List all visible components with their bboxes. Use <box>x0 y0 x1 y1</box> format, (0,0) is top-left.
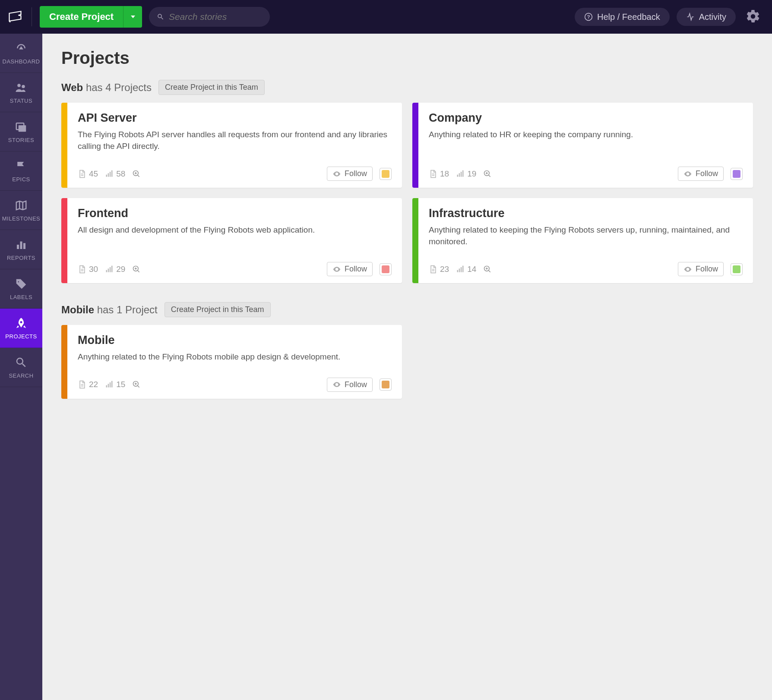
sidebar-item-milestones[interactable]: MILESTONES <box>0 191 42 230</box>
sidebar-item-stories[interactable]: STORIES <box>0 112 42 151</box>
svg-rect-17 <box>461 172 462 177</box>
zoom-button[interactable] <box>132 380 141 389</box>
create-project-in-team-button[interactable]: Create Project in this Team <box>158 80 265 95</box>
sidebar-item-projects[interactable]: PROJECTS <box>0 309 42 348</box>
sidebar-item-epics[interactable]: EPICS <box>0 151 42 191</box>
sidebar-item-labels[interactable]: LABELS <box>0 269 42 309</box>
points-metric: 15 <box>105 380 125 389</box>
create-project-in-team-button[interactable]: Create Project in this Team <box>165 302 271 317</box>
create-project-group: Create Project <box>40 6 142 28</box>
sidebar-item-status[interactable]: STATUS <box>0 73 42 112</box>
follow-button[interactable]: Follow <box>327 167 373 181</box>
sidebar-item-label: SEARCH <box>9 372 33 379</box>
search-icon <box>157 13 165 21</box>
zoom-button[interactable] <box>132 265 141 274</box>
points-metric: 14 <box>456 265 476 274</box>
sidebar-item-label: MILESTONES <box>2 215 41 222</box>
project-card[interactable]: FrontendAll design and development of th… <box>61 198 402 283</box>
settings-button[interactable] <box>743 6 763 28</box>
follow-button[interactable]: Follow <box>678 262 724 276</box>
svg-point-4 <box>22 85 25 88</box>
points-metric: 19 <box>456 169 476 179</box>
card-footer: 1819Follow <box>429 152 743 181</box>
stories-metric: 22 <box>78 380 98 389</box>
follow-button[interactable]: Follow <box>327 262 373 276</box>
project-description: Anything related to HR or keeping the co… <box>429 129 743 141</box>
project-color-chip[interactable] <box>731 263 743 275</box>
help-feedback-button[interactable]: ? Help / Feedback <box>575 8 670 26</box>
svg-rect-12 <box>110 172 111 177</box>
svg-rect-18 <box>462 170 464 177</box>
project-color-chip[interactable] <box>380 263 392 275</box>
svg-point-0 <box>9 21 11 22</box>
svg-rect-9 <box>23 243 25 249</box>
follow-button[interactable]: Follow <box>327 378 373 392</box>
team-header: Web has 4 ProjectsCreate Project in this… <box>61 80 753 95</box>
zoom-button[interactable] <box>483 170 492 178</box>
eye-icon <box>332 380 341 389</box>
sidebar-item-search[interactable]: SEARCH <box>0 348 42 387</box>
team-name-line: Mobile has 1 Project <box>61 304 158 316</box>
bars-icon <box>105 380 114 389</box>
svg-text:?: ? <box>587 14 590 19</box>
chevron-down-icon <box>130 14 136 19</box>
sidebar-item-label: EPICS <box>12 176 30 183</box>
svg-point-3 <box>17 84 21 87</box>
zoom-button[interactable] <box>132 170 141 178</box>
document-icon <box>78 170 86 178</box>
sidebar-item-label: REPORTS <box>7 255 35 261</box>
map-icon <box>14 199 28 212</box>
project-title: Company <box>429 111 743 125</box>
help-icon: ? <box>584 13 593 21</box>
topbar: Create Project ? Help / Feedback Activit… <box>0 0 772 34</box>
project-description: All design and development of the Flying… <box>78 224 392 236</box>
app-logo[interactable] <box>9 7 32 26</box>
points-metric: 29 <box>105 265 125 274</box>
project-card[interactable]: CompanyAnything related to HR or keeping… <box>412 103 753 188</box>
search-icon <box>14 356 28 369</box>
svg-rect-25 <box>457 270 459 272</box>
project-card[interactable]: InfrastructureAnything related to keepin… <box>412 198 753 283</box>
svg-rect-26 <box>459 268 460 272</box>
create-project-button[interactable]: Create Project <box>40 6 123 28</box>
svg-rect-13 <box>111 170 113 177</box>
bars-icon <box>105 170 114 178</box>
search-input[interactable] <box>169 12 262 22</box>
stories-metric: 30 <box>78 265 98 274</box>
svg-rect-30 <box>106 385 108 388</box>
team-name: Mobile <box>61 304 94 315</box>
document-icon <box>78 380 86 389</box>
project-color-chip[interactable] <box>731 168 743 180</box>
search-box[interactable] <box>149 7 270 27</box>
create-project-dropdown[interactable] <box>123 6 142 28</box>
project-card[interactable]: MobileAnything related to the Flying Rob… <box>61 325 402 399</box>
svg-rect-6 <box>19 125 26 132</box>
stories-metric: 18 <box>429 169 449 179</box>
project-title: API Server <box>78 111 392 125</box>
activity-button[interactable]: Activity <box>677 8 736 26</box>
svg-rect-7 <box>17 245 19 249</box>
sidebar-item-dashboard[interactable]: DASHBOARD <box>0 34 42 73</box>
project-title: Infrastructure <box>429 207 743 220</box>
bars-icon <box>456 265 465 274</box>
follow-button[interactable]: Follow <box>678 167 724 181</box>
eye-icon <box>332 170 341 178</box>
svg-rect-21 <box>108 268 109 272</box>
sidebar-item-reports[interactable]: REPORTS <box>0 230 42 269</box>
project-grid: API ServerThe Flying Robots API server h… <box>61 103 753 283</box>
stories-icon <box>14 120 28 133</box>
project-description: Anything related to keeping the Flying R… <box>429 224 743 247</box>
project-card[interactable]: API ServerThe Flying Robots API server h… <box>61 103 402 188</box>
card-footer: 2215Follow <box>78 363 392 392</box>
zoom-button[interactable] <box>483 265 492 274</box>
sidebar-item-label: LABELS <box>10 294 32 300</box>
help-feedback-label: Help / Feedback <box>597 12 660 22</box>
project-description: The Flying Robots API server handles all… <box>78 129 392 152</box>
team-name: Web <box>61 82 83 93</box>
project-title: Mobile <box>78 334 392 347</box>
zoom-in-icon <box>483 265 492 274</box>
project-grid: MobileAnything related to the Flying Rob… <box>61 325 753 399</box>
project-color-chip[interactable] <box>380 378 392 391</box>
eye-icon <box>332 265 341 274</box>
project-color-chip[interactable] <box>380 168 392 180</box>
